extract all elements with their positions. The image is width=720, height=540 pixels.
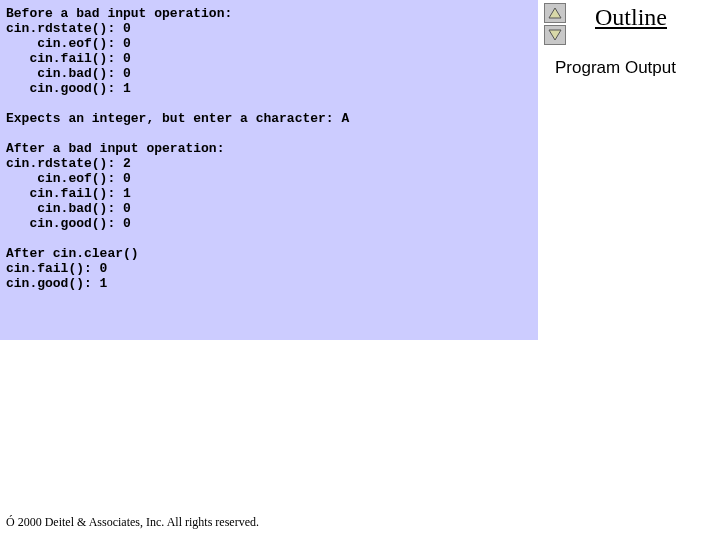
outline-title[interactable]: Outline xyxy=(595,4,667,31)
svg-marker-0 xyxy=(549,8,561,18)
svg-marker-1 xyxy=(549,30,561,40)
program-output-text: Before a bad input operation: cin.rdstat… xyxy=(6,6,532,291)
triangle-up-icon xyxy=(548,7,562,19)
triangle-down-icon xyxy=(548,29,562,41)
program-output-panel: Before a bad input operation: cin.rdstat… xyxy=(0,0,538,340)
copyright-symbol: Ó xyxy=(6,515,15,529)
copyright-text: 2000 Deitel & Associates, Inc. All right… xyxy=(18,515,259,529)
nav-prev-button[interactable] xyxy=(544,3,566,23)
nav-button-group xyxy=(544,3,566,45)
nav-next-button[interactable] xyxy=(544,25,566,45)
copyright-footer: Ó2000 Deitel & Associates, Inc. All righ… xyxy=(6,515,259,530)
section-label: Program Output xyxy=(555,58,676,78)
